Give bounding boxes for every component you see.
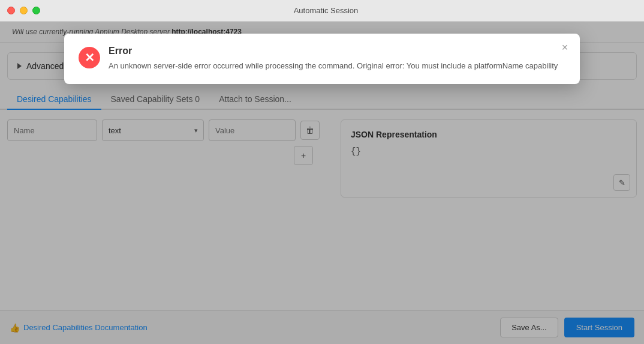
modal-message: An unknown server-side error occurred wh…	[109, 60, 565, 72]
error-x-icon: ✕	[85, 52, 95, 64]
main-content: Will use currently-running Appium Deskto…	[0, 22, 644, 344]
modal-title: Error	[109, 46, 565, 56]
minimize-window-button[interactable]	[20, 7, 28, 14]
modal-header: ✕ Error An unknown server-side error occ…	[79, 46, 565, 72]
modal-overlay: ✕ Error An unknown server-side error occ…	[0, 22, 644, 344]
modal-body: Error An unknown server-side error occur…	[109, 46, 565, 72]
maximize-window-button[interactable]	[32, 7, 40, 14]
title-bar: Automatic Session	[0, 0, 644, 22]
window-title: Automatic Session	[45, 6, 607, 15]
error-modal: ✕ Error An unknown server-side error occ…	[64, 34, 580, 84]
close-window-button[interactable]	[7, 7, 15, 14]
modal-close-button[interactable]: ×	[558, 41, 571, 54]
error-icon-circle: ✕	[79, 47, 100, 68]
